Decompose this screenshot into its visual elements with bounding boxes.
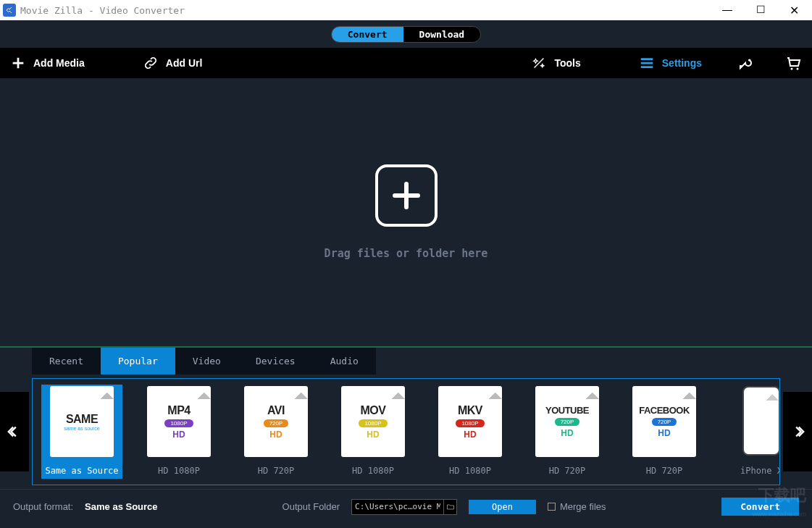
plus-icon: [10, 55, 26, 71]
format-card[interactable]: iPhone X: [721, 385, 780, 479]
format-card[interactable]: FACEBOOK720PHD HD 720P: [624, 385, 705, 479]
tools-label: Tools: [554, 57, 580, 69]
format-tab-popular[interactable]: Popular: [101, 348, 175, 374]
settings-button[interactable]: Settings: [639, 55, 702, 71]
convert-button[interactable]: Convert: [721, 498, 799, 516]
format-caption: HD 1080P: [158, 463, 200, 479]
cart-icon: [784, 54, 802, 72]
drop-text: Drag files or folder here: [325, 247, 488, 260]
format-card[interactable]: AVI720PHD HD 720P: [235, 385, 317, 479]
svg-point-2: [797, 68, 799, 70]
open-button[interactable]: Open: [469, 500, 536, 514]
format-thumb: FACEBOOK720PHD: [632, 386, 696, 457]
cart-button[interactable]: [784, 54, 802, 72]
format-thumb: SAMEsame as source: [50, 386, 114, 457]
browse-folder-button[interactable]: [443, 500, 456, 514]
merge-files-label: Merge files: [560, 501, 606, 512]
bottom-bar: Output format: Same as Source Output Fol…: [0, 489, 812, 524]
add-url-button[interactable]: Add Url: [143, 55, 203, 71]
maximize-button[interactable]: ☐: [754, 4, 767, 17]
menu-icon: [639, 55, 655, 71]
format-next-button[interactable]: [783, 392, 812, 472]
format-thumb: MOV1080PHD: [341, 386, 405, 457]
format-tab-devices[interactable]: Devices: [238, 348, 313, 374]
format-caption: HD 720P: [646, 463, 683, 479]
tab-download[interactable]: Download: [403, 27, 481, 42]
format-prev-button[interactable]: [0, 392, 29, 472]
format-thumb: MP41080PHD: [147, 386, 211, 457]
format-card[interactable]: MOV1080PHD HD 1080P: [332, 385, 414, 479]
format-panel: RecentPopularVideoDevicesAudio SAMEsame …: [0, 346, 812, 489]
output-folder-field: [351, 499, 457, 515]
output-format-label: Output format:: [13, 501, 73, 512]
plus-large-icon: [389, 178, 424, 213]
format-card[interactable]: MKV1080PHD HD 1080P: [430, 385, 511, 479]
format-caption: HD 720P: [549, 463, 586, 479]
minimize-button[interactable]: —: [721, 4, 734, 17]
checkbox-icon: [548, 503, 556, 511]
drop-plus-button[interactable]: [375, 164, 438, 227]
format-tab-recent[interactable]: Recent: [32, 348, 101, 374]
merge-files-checkbox[interactable]: Merge files: [548, 501, 606, 512]
add-url-label: Add Url: [166, 57, 203, 69]
format-tab-audio[interactable]: Audio: [313, 348, 376, 374]
format-tabs: RecentPopularVideoDevicesAudio: [0, 348, 812, 374]
app-logo: [3, 4, 16, 17]
key-button[interactable]: [738, 54, 756, 72]
window-title: Movie Zilla - Video Converter: [20, 5, 185, 16]
format-list: SAMEsame as source Same as Source MP4108…: [32, 378, 780, 485]
format-caption: HD 1080P: [449, 463, 491, 479]
folder-icon: [446, 503, 455, 511]
format-caption: HD 720P: [258, 463, 295, 479]
format-card[interactable]: MP41080PHD HD 1080P: [138, 385, 219, 479]
format-card[interactable]: SAMEsame as source Same as Source: [41, 385, 122, 479]
format-thumb: AVI720PHD: [244, 386, 308, 457]
toolbar: Add Media Add Url Tools Settings: [0, 48, 812, 78]
output-folder-input[interactable]: [352, 502, 443, 511]
format-caption: HD 1080P: [352, 463, 394, 479]
add-media-label: Add Media: [33, 57, 85, 69]
tools-button[interactable]: Tools: [531, 55, 580, 71]
phone-thumb: [742, 386, 780, 456]
close-button[interactable]: ✕: [787, 4, 800, 17]
format-thumb: YOUTUBE720PHD: [535, 386, 599, 457]
settings-label: Settings: [662, 57, 702, 69]
key-icon: [738, 54, 756, 72]
output-folder-label: Output Folder: [282, 501, 340, 512]
format-tab-video[interactable]: Video: [175, 348, 238, 374]
svg-point-1: [791, 68, 793, 70]
tab-convert[interactable]: Convert: [332, 27, 403, 42]
format-thumb: MKV1080PHD: [438, 386, 502, 457]
format-caption: Same as Source: [45, 463, 118, 479]
format-caption: iPhone X: [740, 463, 780, 479]
link-icon: [143, 55, 159, 71]
mode-row: Convert Download: [0, 20, 812, 48]
format-card[interactable]: YOUTUBE720PHD HD 720P: [527, 385, 608, 479]
svg-point-0: [749, 59, 751, 62]
titlebar: Movie Zilla - Video Converter — ☐ ✕: [0, 0, 812, 20]
wand-icon: [531, 55, 547, 71]
output-format-value: Same as Source: [85, 501, 157, 512]
drop-area[interactable]: Drag files or folder here: [0, 78, 812, 346]
add-media-button[interactable]: Add Media: [10, 55, 85, 71]
